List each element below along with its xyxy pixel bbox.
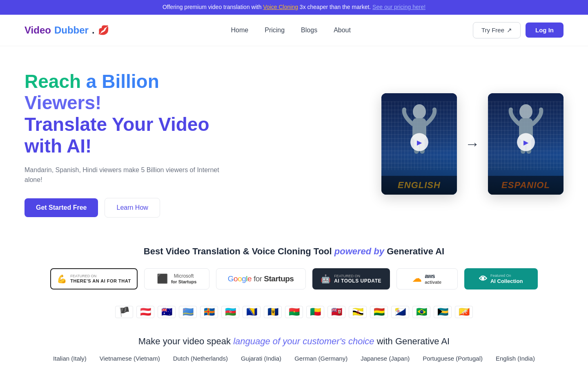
banner-text-after: 3x cheaper than the market. xyxy=(298,4,372,10)
social-proof-section: Best Video Translation & Voice Cloning T… xyxy=(0,234,588,298)
hero-section: Reach a Billion Viewers! Translate Your … xyxy=(0,46,588,234)
logo-dot: . xyxy=(92,25,95,36)
language-title-italic: language of your customer's choice xyxy=(233,336,374,346)
language-title-before: Make your video speak xyxy=(138,336,233,346)
ai-tools-featured-label: FEATURED ON xyxy=(334,274,360,278)
microsoft-startups-label: for Startups xyxy=(171,279,196,285)
logo[interactable]: VideoDubber. 💋 xyxy=(24,25,109,36)
ai-collection-featured-label: Featured On xyxy=(490,274,511,278)
microsoft-label: Microsoft xyxy=(171,273,196,279)
badge-ai-tools: 🤖 FEATURED ON AI TOOLS UPDATE xyxy=(312,268,390,289)
badge-ai-for-that: 💪 FEATURED ON THERE'S AN AI FOR THAT xyxy=(50,268,137,289)
nav-links: Home Pricing Blogs About xyxy=(231,27,351,34)
flag-item: 🇧🇳 xyxy=(349,306,367,318)
language-portuguese[interactable]: Portuguese (Portugal) xyxy=(423,355,483,362)
flag-item: 🇦🇹 xyxy=(136,306,154,318)
flag-item: 🇦🇽 xyxy=(200,306,218,318)
main-nav: VideoDubber. 💋 Home Pricing Blogs About … xyxy=(0,15,588,46)
video-card-espaniol: ▶ ESPANIOL xyxy=(488,93,564,195)
flag-item: 🇧🇸 xyxy=(434,306,452,318)
translation-arrow-icon: → xyxy=(465,135,480,153)
svg-point-4 xyxy=(519,104,532,119)
microsoft-icon: ⬛ xyxy=(157,274,168,284)
badge-aws: ☁ aws activate xyxy=(396,268,458,289)
flag-item: 🇧🇴 xyxy=(370,306,388,318)
aws-activate-label: activate xyxy=(425,280,441,285)
flag-item: 🇧🇦 xyxy=(243,306,261,318)
svg-point-0 xyxy=(413,104,426,119)
flag-item: 🇧🇶 xyxy=(391,306,409,318)
generative-ai-text: Generative AI xyxy=(384,246,444,256)
social-proof-title-before: Best Video Translation & Voice Cloning T… xyxy=(144,246,334,256)
ai-tools-icon: 🤖 xyxy=(321,274,331,284)
banner-voice-link[interactable]: Voice Cloning xyxy=(263,4,298,10)
language-japanese[interactable]: Japanese (Japan) xyxy=(361,355,410,362)
language-german[interactable]: German (Germany) xyxy=(294,355,347,362)
hero-title-line2: Translate Your Video with AI! xyxy=(24,114,237,157)
flag-item: 🇧🇫 xyxy=(285,306,303,318)
play-button-english[interactable]: ▶ xyxy=(410,133,428,151)
language-title-after: with Generative AI xyxy=(374,336,450,346)
nav-pricing[interactable]: Pricing xyxy=(265,27,285,34)
flag-item: 🇧🇧 xyxy=(264,306,282,318)
social-proof-title: Best Video Translation & Voice Cloning T… xyxy=(24,246,564,257)
get-started-button[interactable]: Get Started Free xyxy=(24,198,98,217)
nav-home[interactable]: Home xyxy=(231,27,249,34)
badge-microsoft: ⬛ Microsoft for Startups xyxy=(144,268,209,289)
try-free-label: Try Free xyxy=(481,27,504,34)
badges-container: 💪 FEATURED ON THERE'S AN AI FOR THAT ⬛ M… xyxy=(24,268,564,289)
language-vietnamese[interactable]: Vietnamese (Vietnam) xyxy=(100,355,160,362)
logo-lips-icon: 💋 xyxy=(98,25,109,36)
logo-video: Video xyxy=(24,25,51,36)
hero-title: Reach a Billion Viewers! Translate Your … xyxy=(24,71,237,157)
hero-subtitle: Mandarin, Spanish, Hindi viewers make 5 … xyxy=(24,165,237,185)
language-italian[interactable]: Italian (Italy) xyxy=(53,355,87,362)
badge-featured-label: FEATURED ON xyxy=(70,274,96,278)
hero-text: Reach a Billion Viewers! Translate Your … xyxy=(24,71,237,218)
ai-collection-label: AI Collection xyxy=(490,278,523,285)
language-section: Make your video speak language of your c… xyxy=(0,326,588,368)
banner-pricing-link[interactable]: See our pricing here! xyxy=(372,4,425,10)
hero-title-viewers: Viewers! xyxy=(24,92,101,113)
flag-item: 🇦🇿 xyxy=(221,306,239,318)
hero-visual: ▶ ENGLISH → xyxy=(381,93,564,195)
try-free-button[interactable]: Try Free ↗ xyxy=(473,22,521,38)
ai-tools-label: AI TOOLS UPDATE xyxy=(334,278,381,284)
language-dutch[interactable]: Dutch (Netherlands) xyxy=(173,355,228,362)
top-banner: Offering premium video translation with … xyxy=(0,0,588,15)
learn-how-button[interactable]: Learn How xyxy=(105,198,160,218)
badge-ai-collection: 👁 Featured On AI Collection xyxy=(464,268,538,289)
flag-item: 🇧🇲 xyxy=(327,306,345,318)
flag-item: 🇧🇯 xyxy=(306,306,324,318)
nav-about[interactable]: About xyxy=(334,27,351,34)
hero-title-reach: Reach xyxy=(24,71,86,92)
hero-buttons: Get Started Free Learn How xyxy=(24,198,237,218)
hero-title-billion: a Billion xyxy=(86,71,159,92)
google-label: Google for Startups xyxy=(228,274,294,283)
language-gujarati[interactable]: Gujarati (India) xyxy=(241,355,281,362)
powered-by-text: powered by xyxy=(334,246,384,256)
flag-item: 🇧🇷 xyxy=(412,306,430,318)
nav-actions: Try Free ↗ Log In xyxy=(473,22,564,38)
ai-for-that-icon: 💪 xyxy=(57,274,67,284)
ai-for-that-label: THERE'S AN AI FOR THAT xyxy=(70,278,131,284)
ai-collection-icon: 👁 xyxy=(479,274,487,284)
external-link-icon: ↗ xyxy=(507,27,512,34)
flag-item: 🇧🇹 xyxy=(455,306,473,318)
flags-strip: 🏴 🇦🇹 🇦🇺 🇦🇼 🇦🇽 🇦🇿 🇧🇦 🇧🇧 🇧🇫 🇧🇯 🇧🇲 🇧🇳 🇧🇴 🇧🇶… xyxy=(0,298,588,326)
play-button-espaniol[interactable]: ▶ xyxy=(517,133,535,151)
aws-label: aws xyxy=(425,273,435,280)
badge-google: Google for Startups xyxy=(216,268,306,289)
language-list: Italian (Italy) Vietnamese (Vietnam) Dut… xyxy=(24,355,564,362)
language-english-india[interactable]: English (India) xyxy=(496,355,535,362)
language-title: Make your video speak language of your c… xyxy=(24,336,564,347)
flag-item: 🇦🇺 xyxy=(158,306,176,318)
logo-dubber: Dubber xyxy=(54,25,89,36)
login-button[interactable]: Log In xyxy=(526,22,564,38)
aws-icon: ☁ xyxy=(412,274,421,284)
flag-item: 🏴 xyxy=(115,306,133,318)
nav-blogs[interactable]: Blogs xyxy=(301,27,317,34)
banner-text-before: Offering premium video translation with xyxy=(163,4,263,10)
video-card-english: ▶ ENGLISH xyxy=(381,93,457,195)
flag-item: 🇦🇼 xyxy=(179,306,197,318)
